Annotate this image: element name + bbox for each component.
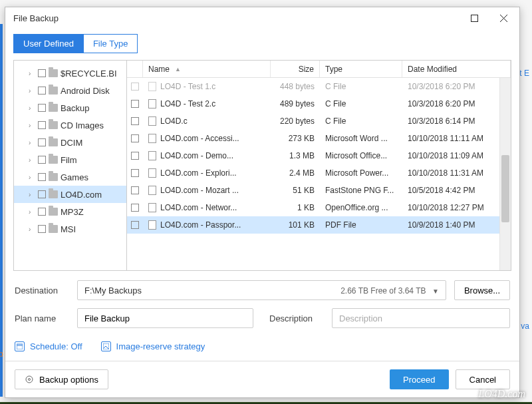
file-name: LO4D.com - Accessi...: [160, 134, 239, 143]
checkbox[interactable]: [38, 69, 46, 77]
file-row[interactable]: LO4D.com - Explori...2.4 MBMicrosoft Pow…: [127, 164, 511, 182]
plan-name-input[interactable]: [77, 308, 253, 328]
folder-icon: [49, 87, 58, 95]
file-type: OpenOffice.org ...: [320, 203, 402, 212]
chevron-right-icon: ›: [29, 87, 35, 94]
file-grid-body[interactable]: LO4D - Test 1.c448 bytesC File10/3/2018 …: [127, 78, 511, 270]
destination-label: Destination: [15, 286, 69, 296]
tab-file-type[interactable]: File Type: [84, 34, 138, 53]
file-row[interactable]: LO4D - Test 1.c448 bytesC File10/3/2018 …: [127, 78, 511, 95]
checkbox[interactable]: [38, 87, 46, 95]
scrollbar-vertical[interactable]: [499, 78, 511, 270]
file-date: 10/3/2018 6:20 PM: [402, 82, 511, 91]
tree-item[interactable]: ›Backup: [14, 99, 126, 116]
file-size: 448 bytes: [271, 82, 320, 91]
tree-item[interactable]: ›Android Disk: [14, 82, 126, 99]
watermark: LO4D.com: [478, 388, 525, 400]
description-input[interactable]: [332, 308, 510, 328]
schedule-link[interactable]: Schedule: Off: [15, 341, 82, 351]
file-name: LO4D.com - Explori...: [160, 168, 237, 178]
destination-value: F:\My Backups: [84, 286, 142, 296]
checkbox[interactable]: [38, 138, 46, 146]
tree-item[interactable]: ›$RECYCLE.BI: [14, 65, 126, 82]
column-type[interactable]: Type: [320, 61, 402, 77]
tree-item[interactable]: ›Games: [14, 168, 126, 186]
checkbox[interactable]: [38, 121, 46, 129]
file-row[interactable]: LO4D.com - Accessi...273 KBMicrosoft Wor…: [127, 130, 511, 147]
folder-icon: [49, 208, 58, 216]
file-size: 489 bytes: [271, 99, 320, 108]
svg-rect-0: [471, 15, 477, 21]
checkbox[interactable]: [38, 173, 46, 181]
file-row[interactable]: LO4D.com - Demo...1.3 MBMicrosoft Office…: [127, 147, 511, 164]
checkbox[interactable]: [131, 134, 139, 142]
folder-tree[interactable]: ›$RECYCLE.BI›Android Disk›Backup›CD Imag…: [14, 61, 127, 270]
checkbox[interactable]: [131, 100, 139, 108]
file-grid: Name ▲ Size Type Date Modified LO4D - Te…: [127, 61, 511, 270]
file-size: 1.3 MB: [271, 151, 320, 160]
checkbox[interactable]: [131, 186, 139, 194]
file-date: 10/10/2018 12:27 PM: [402, 203, 511, 212]
checkbox[interactable]: [38, 104, 46, 112]
checkbox[interactable]: [131, 152, 139, 160]
checkbox[interactable]: [38, 190, 46, 198]
checkbox[interactable]: [38, 208, 46, 216]
folder-icon: [49, 121, 58, 129]
column-size[interactable]: Size: [271, 61, 320, 77]
file-icon: [148, 186, 156, 195]
checkbox[interactable]: [38, 225, 46, 233]
chevron-right-icon: ›: [29, 122, 35, 128]
tree-item[interactable]: ›LO4D.com: [14, 186, 126, 203]
maximize-button[interactable]: [460, 9, 489, 27]
file-row[interactable]: LO4D.c220 bytesC File10/3/2018 6:14 PM: [127, 112, 511, 130]
file-icon: [148, 134, 156, 143]
tree-item-label: Backup: [61, 103, 89, 113]
file-name: LO4D.c: [160, 116, 188, 126]
file-name: LO4D.com - Networ...: [160, 203, 237, 212]
file-name: LO4D - Test 1.c: [160, 82, 215, 91]
column-name[interactable]: Name ▲: [143, 61, 271, 77]
checkbox[interactable]: [131, 83, 139, 91]
file-row[interactable]: LO4D.com - Mozart ...51 KBFastStone PNG …: [127, 182, 511, 199]
file-row[interactable]: LO4D - Test 2.c489 bytesC File10/3/2018 …: [127, 95, 511, 112]
tab-user-defined[interactable]: User Defined: [13, 34, 84, 53]
tree-item[interactable]: ›DCIM: [14, 134, 126, 151]
file-icon: [148, 151, 156, 160]
cancel-button[interactable]: Cancel: [456, 369, 510, 389]
file-icon: [148, 99, 156, 108]
tree-item[interactable]: ›CD Images: [14, 116, 126, 134]
tree-item[interactable]: ›MP3Z: [14, 203, 126, 220]
file-type: PDF File: [320, 220, 402, 230]
close-button[interactable]: [489, 9, 518, 27]
file-size: 51 KB: [271, 186, 320, 195]
folder-icon: [49, 173, 58, 181]
folder-icon: [49, 190, 58, 198]
file-row[interactable]: LO4D.com - Networ...1 KBOpenOffice.org .…: [127, 199, 511, 216]
file-size: 220 bytes: [271, 116, 320, 126]
backup-options-button[interactable]: Backup options: [15, 369, 108, 389]
image-reserve-link[interactable]: Image-reserve strategy: [101, 341, 205, 351]
checkbox[interactable]: [131, 117, 139, 125]
checkbox[interactable]: [131, 169, 139, 177]
checkbox[interactable]: [131, 204, 139, 212]
destination-field[interactable]: F:\My Backups 2.66 TB Free of 3.64 TB ▼: [77, 280, 446, 300]
maximize-icon: [471, 15, 478, 22]
chevron-right-icon: ›: [29, 156, 35, 163]
svg-point-6: [26, 376, 33, 383]
browse-button[interactable]: Browse...: [454, 280, 510, 300]
proceed-button[interactable]: Proceed: [390, 369, 448, 389]
tree-item[interactable]: ›MSI: [14, 220, 126, 238]
dropdown-icon: ▼: [432, 288, 439, 295]
scrollbar-thumb[interactable]: [501, 155, 509, 222]
column-checkbox[interactable]: [127, 61, 143, 77]
mode-tabs: User Defined File Type: [5, 29, 519, 60]
checkbox[interactable]: [131, 221, 139, 229]
tree-item[interactable]: ›Film: [14, 151, 126, 168]
calendar-icon: [15, 341, 25, 351]
file-name: LO4D.com - Demo...: [160, 151, 233, 160]
file-row[interactable]: LO4D.com - Passpor...101 KBPDF File10/9/…: [127, 216, 511, 234]
checkbox[interactable]: [38, 156, 46, 164]
close-icon: [500, 15, 507, 22]
column-date-modified[interactable]: Date Modified: [402, 61, 511, 77]
tree-item-label: Games: [61, 172, 88, 182]
